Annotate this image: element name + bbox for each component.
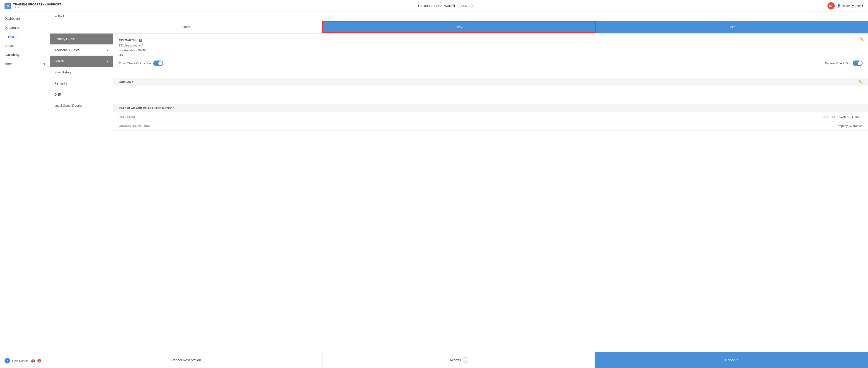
detail-panel: ✏️ Chi Warrell 👥 123 Anystreet, N/A Los … xyxy=(113,34,868,352)
address-line1: 123 Anystreet, N/A xyxy=(119,44,143,47)
express-checkout-label: Express Check Out xyxy=(825,62,850,65)
rate-plan-label: RATE PLAN xyxy=(119,115,135,119)
guest-address: 123 Anystreet, N/A Los Angeles - 99999 U… xyxy=(119,43,863,57)
megaphone-icon: 📣 xyxy=(30,358,35,363)
tab-bar: Guest Stay Folio xyxy=(50,21,868,34)
property-code: TP11 xyxy=(13,6,61,9)
cancel-reservation-label: Cancel Reservation xyxy=(171,358,201,362)
avatar: GP xyxy=(828,2,835,9)
user-name: HotelKey User xyxy=(842,4,861,7)
section-dnr[interactable]: DNR xyxy=(50,89,113,100)
guest-name-row: Chi Warrell 👥 xyxy=(119,38,863,42)
checkin-label: Check In xyxy=(725,358,738,362)
actions-button-inner: Actions i xyxy=(450,357,468,363)
guest-profile-icon: 👥 xyxy=(138,38,142,42)
edit-company-icon[interactable]: ✏️ xyxy=(859,80,863,84)
reservation-info: TP11000337 / Chi Warrell BOOKED xyxy=(416,4,473,8)
stay-history-label: Stay History xyxy=(54,70,71,74)
actions-label: Actions xyxy=(450,358,461,362)
rate-plan-value: BAR - BEST AVAILABLE RATE xyxy=(822,115,863,119)
property-logo-icon: 🏠 xyxy=(4,3,11,9)
user-info[interactable]: 👤 HotelKey User ▾ xyxy=(837,4,864,7)
section-stay-history[interactable]: Stay History xyxy=(50,67,113,78)
company-section-header: COMPANY ✏️ xyxy=(113,78,868,86)
sidebar-item-more[interactable]: More ▾ xyxy=(0,59,50,68)
dnr-label: DNR xyxy=(54,93,61,96)
tab-guest[interactable]: Guest xyxy=(50,21,322,33)
back-bar: ← Back xyxy=(50,12,868,21)
address-line2: Los Angeles - 99999 xyxy=(119,49,146,52)
toggle-row: Email Check Out Invoice Express Check Ou… xyxy=(119,61,863,70)
address-line3: US xyxy=(119,53,123,57)
help-label: Help Center xyxy=(12,359,28,363)
sidebar-bottom: ? Help Center 📣 1 xyxy=(0,356,50,366)
content-area: ← Back Guest Stay Folio Primary Guest Ad… xyxy=(50,12,868,368)
guarantee-method-row: GUARANTEE METHOD Property Guarantee xyxy=(113,121,868,130)
primary-guest-label: Primary Guest xyxy=(54,37,74,41)
property-title-block: TRAINING PROPERTY - SUPPORT TP11 xyxy=(13,3,61,9)
chevron-down-icon: ▾ xyxy=(862,4,864,7)
content-scroll: Primary Guest Additional Guests ▾ Vehicl… xyxy=(50,34,868,352)
express-checkout-toggle[interactable] xyxy=(852,61,863,66)
top-header: 🏠 TRAINING PROPERTY - SUPPORT TP11 TP110… xyxy=(0,0,868,12)
guarantee-method-label: GUARANTEE METHOD xyxy=(119,124,150,128)
sidebar-item-departures[interactable]: Departures xyxy=(0,23,50,32)
info-icon: i xyxy=(463,357,468,363)
section-remarks[interactable]: Remarks xyxy=(50,78,113,89)
section-additional-guests[interactable]: Additional Guests ▾ xyxy=(50,44,113,56)
checkin-button[interactable]: Check In xyxy=(595,352,868,368)
help-icon[interactable]: ? xyxy=(4,358,10,364)
local-guest-details-label: Local Guest Details xyxy=(54,104,82,108)
vehicle-label: Vehicle xyxy=(54,59,65,63)
email-checkout-label: Email Check Out Invoice xyxy=(119,62,151,65)
rate-section-title: RATE PLAN AND GUARANTEE METHOD xyxy=(119,107,175,110)
status-badge: BOOKED xyxy=(457,4,473,8)
notification-badge: 1 xyxy=(37,359,41,363)
sidebar-nav: Dashboard Departures In House Arrivals A… xyxy=(0,14,50,68)
main-layout: Dashboard Departures In House Arrivals A… xyxy=(0,12,868,368)
reservation-id: TP11000337 / Chi Warrell xyxy=(416,4,455,8)
rate-section-header: RATE PLAN AND GUARANTEE METHOD xyxy=(113,104,868,113)
tab-folio[interactable]: Folio xyxy=(596,21,868,33)
chevron-down-icon: ▾ xyxy=(107,59,108,63)
section-vehicle[interactable]: Vehicle ▾ xyxy=(50,56,113,67)
header-right: GP 👤 HotelKey User ▾ xyxy=(828,2,864,9)
guest-name: Chi Warrell xyxy=(119,38,137,42)
section-primary-guest[interactable]: Primary Guest xyxy=(50,34,113,44)
cancel-reservation-button[interactable]: Cancel Reservation xyxy=(50,352,323,368)
guarantee-method-value: Property Guarantee xyxy=(837,124,863,128)
sidebar-more-label: More xyxy=(4,62,12,66)
bottom-action-bar: Cancel Reservation Actions i Check In xyxy=(50,352,868,368)
guest-detail-inner: Chi Warrell 👥 123 Anystreet, N/A Los Ang… xyxy=(113,34,868,78)
edit-guest-icon[interactable]: ✏️ xyxy=(860,37,864,41)
express-checkout-toggle-group: Express Check Out xyxy=(825,61,863,66)
chevron-down-icon: ▾ xyxy=(43,62,45,66)
email-checkout-toggle-group: Email Check Out Invoice xyxy=(119,61,163,66)
sidebar-item-inhouse[interactable]: In House xyxy=(0,32,50,41)
sidebar-item-arrivals[interactable]: Arrivals xyxy=(0,41,50,50)
section-list: Primary Guest Additional Guests ▾ Vehicl… xyxy=(50,34,113,352)
property-name: TRAINING PROPERTY - SUPPORT xyxy=(13,3,61,6)
back-link[interactable]: ← Back xyxy=(54,14,864,18)
sidebar: Dashboard Departures In House Arrivals A… xyxy=(0,12,50,368)
email-checkout-toggle[interactable] xyxy=(153,61,163,66)
tab-stay[interactable]: Stay xyxy=(322,21,596,33)
sidebar-item-dashboard[interactable]: Dashboard xyxy=(0,14,50,23)
sidebar-item-availability[interactable]: Availability xyxy=(0,50,50,59)
rate-plan-row: RATE PLAN BAR - BEST AVAILABLE RATE xyxy=(113,113,868,121)
chevron-down-icon: ▾ xyxy=(107,48,108,52)
remarks-label: Remarks xyxy=(54,82,67,85)
header-left: 🏠 TRAINING PROPERTY - SUPPORT TP11 xyxy=(4,3,61,9)
user-icon: 👤 xyxy=(837,4,841,7)
company-title: COMPANY xyxy=(119,81,133,84)
section-local-guest-details[interactable]: Local Guest Details xyxy=(50,100,113,111)
additional-guests-label: Additional Guests xyxy=(54,48,79,52)
company-section-body xyxy=(113,86,868,104)
actions-button[interactable]: Actions i xyxy=(323,352,596,368)
